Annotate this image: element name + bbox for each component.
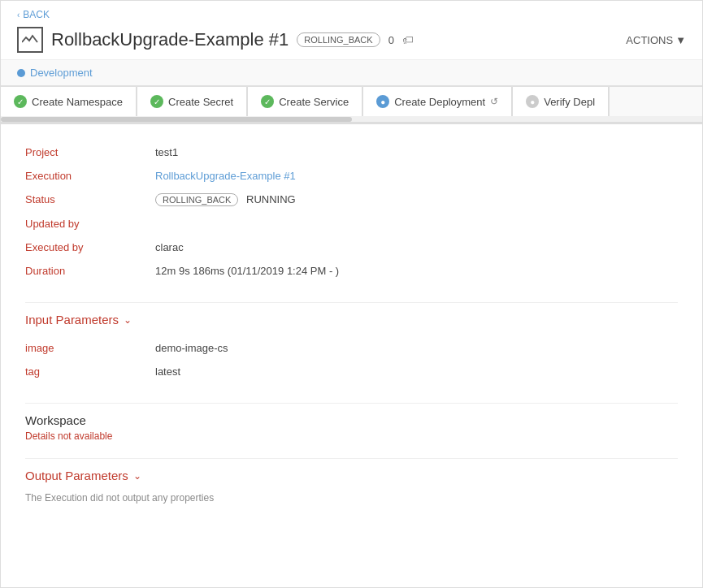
step-label: Create Namespace: [32, 96, 123, 108]
status-badge: ROLLING_BACK: [297, 32, 380, 47]
execution-link[interactable]: RollbackUpgrade-Example #1: [155, 170, 296, 182]
step-success-icon: ✓: [261, 95, 274, 108]
pipeline-steps: ✓ Create Namespace ✓ Create Secret ✓ Cre…: [1, 86, 702, 116]
actions-button[interactable]: ACTIONS ▼: [626, 34, 686, 46]
step-label: Create Service: [279, 96, 349, 108]
table-row: Execution RollbackUpgrade-Example #1: [25, 164, 678, 188]
output-parameters-heading[interactable]: Output Parameters ⌄: [25, 469, 678, 482]
step-pending-icon: ●: [526, 95, 539, 108]
step-success-icon: ✓: [14, 95, 27, 108]
input-parameters-heading[interactable]: Input Parameters ⌄: [25, 313, 678, 326]
output-parameters-section: Output Parameters ⌄ The Execution did no…: [25, 469, 678, 504]
back-link[interactable]: ‹ BACK: [17, 9, 686, 20]
table-row: Executed by clarac: [25, 236, 678, 259]
workspace-section: Workspace Details not available: [25, 413, 678, 442]
label-image: image: [25, 336, 155, 360]
output-parameters-subtitle: The Execution did not output any propert…: [25, 492, 678, 504]
input-params-chevron-icon: ⌄: [124, 314, 132, 326]
table-row: Project test1: [25, 141, 678, 164]
step-inprogress-icon: ●: [376, 95, 389, 108]
table-row: tag latest: [25, 360, 678, 383]
env-dot-icon: [17, 69, 25, 77]
value-image: demo-image-cs: [155, 336, 678, 360]
pipeline-scrollbar[interactable]: [1, 116, 702, 123]
output-params-chevron-icon: ⌄: [133, 470, 141, 482]
value-executed-by: clarac: [155, 236, 678, 259]
step-create-deployment[interactable]: ● Create Deployment ↺: [363, 87, 513, 116]
back-chevron-icon: ‹: [17, 11, 20, 19]
tag-icon: 🏷: [402, 33, 414, 46]
value-project: test1: [155, 141, 678, 164]
step-create-secret[interactable]: ✓ Create Secret: [137, 87, 248, 116]
count-badge: 0: [388, 34, 394, 46]
label-updated-by: Updated by: [25, 212, 155, 236]
table-row: image demo-image-cs: [25, 336, 678, 360]
page-title: RollbackUpgrade-Example #1: [51, 29, 289, 50]
step-label: Create Deployment: [394, 96, 485, 108]
actions-chevron-icon: ▼: [675, 34, 686, 46]
env-label: Development: [17, 67, 686, 79]
divider: [25, 403, 678, 404]
table-row: Status ROLLING_BACK RUNNING: [25, 188, 678, 212]
value-tag: latest: [155, 360, 678, 383]
step-label: Verify Depl: [544, 96, 595, 108]
input-parameters-section: Input Parameters ⌄ image demo-image-cs t…: [25, 313, 678, 383]
input-params-table: image demo-image-cs tag latest: [25, 336, 678, 383]
scrollbar-thumb: [1, 117, 352, 122]
label-duration: Duration: [25, 259, 155, 283]
workspace-subtitle: Details not available: [25, 430, 678, 442]
label-project: Project: [25, 141, 155, 164]
workflow-icon: [17, 27, 43, 53]
step-label: Create Secret: [168, 96, 233, 108]
step-rollback-icon: ↺: [490, 96, 498, 107]
value-execution: RollbackUpgrade-Example #1: [155, 164, 678, 188]
back-label: BACK: [23, 9, 50, 20]
table-row: Updated by: [25, 212, 678, 236]
value-status: ROLLING_BACK RUNNING: [155, 188, 678, 212]
label-execution: Execution: [25, 164, 155, 188]
divider: [25, 302, 678, 303]
divider: [25, 458, 678, 459]
step-create-service[interactable]: ✓ Create Service: [248, 87, 363, 116]
status-inline-badge: ROLLING_BACK: [155, 193, 238, 206]
label-status: Status: [25, 188, 155, 212]
table-row: Duration 12m 9s 186ms (01/11/2019 1:24 P…: [25, 259, 678, 283]
step-create-namespace[interactable]: ✓ Create Namespace: [1, 87, 137, 116]
label-executed-by: Executed by: [25, 236, 155, 259]
label-tag: tag: [25, 360, 155, 383]
step-verify-deployment[interactable]: ● Verify Depl: [513, 87, 610, 116]
status-running-text: RUNNING: [246, 193, 296, 205]
step-success-icon: ✓: [150, 95, 163, 108]
value-duration: 12m 9s 186ms (01/11/2019 1:24 PM - ): [155, 259, 678, 283]
value-updated-by: [155, 212, 678, 236]
workspace-heading: Workspace: [25, 413, 678, 427]
info-table: Project test1 Execution RollbackUpgrade-…: [25, 141, 678, 283]
